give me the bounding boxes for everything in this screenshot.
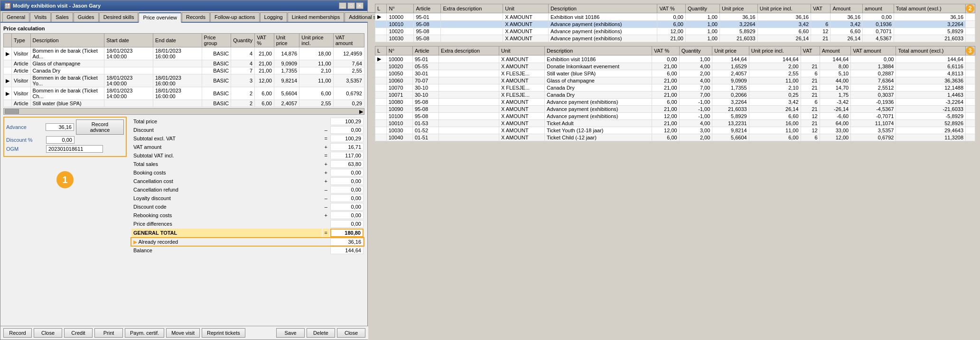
- move-visit-button[interactable]: Move visit: [166, 328, 200, 338]
- horizontal-scrollbar[interactable]: ▶: [3, 108, 364, 115]
- table-row[interactable]: 1010095-08X AMOUNTAdvance payment (exhib…: [375, 113, 975, 120]
- t2-col-qty: Quantity: [679, 46, 712, 55]
- table-row[interactable]: 1003095-08X AMOUNTAdvance payment (exhib…: [375, 35, 975, 42]
- subtotal-excl-label: Subtotal excl. VAT: [131, 135, 322, 142]
- tab-general[interactable]: General: [2, 12, 29, 22]
- price-table-row[interactable]: ArticleGlass of champagneBASIC421,009,09…: [4, 60, 364, 67]
- record-advance-button[interactable]: Record advance: [76, 119, 124, 135]
- t1-col-unit-price: Unit price: [719, 4, 757, 13]
- badge-1-container: 1: [3, 171, 127, 188]
- t2-col-vat-amount: VAT amount: [851, 46, 896, 55]
- discount-value: 0,00: [330, 126, 364, 134]
- loyalty-value: 0,00: [330, 194, 364, 202]
- price-diff-label: Price differences: [131, 220, 322, 228]
- cancellation-refund-label: Cancellation refund: [131, 186, 322, 193]
- table-row[interactable]: 1006070-07X AMOUNTGlass of champagne21,0…: [375, 77, 975, 84]
- table-row[interactable]: 1002095-08X AMOUNTAdvance payment (exhib…: [375, 28, 975, 35]
- delete-button[interactable]: Delete: [307, 328, 335, 338]
- t2-col-vat2: VAT: [801, 46, 820, 55]
- discount-label2: Discount: [131, 126, 322, 134]
- discount-code-row: Discount code – 0,00: [131, 203, 364, 211]
- t1-col-no: N°: [387, 4, 414, 13]
- close-window-button[interactable]: ✕: [356, 2, 364, 9]
- tab-price-overview[interactable]: Price overview: [139, 12, 181, 23]
- price-table-row[interactable]: ▶VisitorBommen in de barak (Ticket Yo...…: [4, 74, 364, 87]
- t1-col-unit: Unit: [503, 4, 549, 13]
- balance-row: Balance 144,64: [131, 247, 364, 254]
- window-controls[interactable]: _ □ ✕: [339, 2, 364, 9]
- print-button[interactable]: Print: [94, 328, 123, 338]
- col-description: Description: [30, 34, 104, 47]
- table-row[interactable]: ▶1000095-01X AMOUNTExhibition visit 1018…: [375, 13, 975, 21]
- tab-guides[interactable]: Guides: [74, 12, 99, 22]
- main-content: Price calculation Type Description Start…: [0, 23, 367, 322]
- advance-input[interactable]: [46, 123, 74, 131]
- col-vat-amount: VAT amount: [333, 34, 364, 47]
- table-row[interactable]: 1005030-01X FLESJE...Still water (blue S…: [375, 70, 975, 77]
- badge-2: 2: [966, 4, 974, 13]
- price-table-row[interactable]: ▶VisitorBommen in de barak (Ticket Ch...…: [4, 87, 364, 100]
- booking-label: Booking costs: [131, 169, 322, 176]
- already-recorded-value: 36,16: [330, 238, 364, 246]
- t2-col-extra: Extra description: [439, 46, 499, 55]
- credit-button[interactable]: Credit: [64, 328, 93, 338]
- cancellation-cost-label: Cancellation cost: [131, 177, 322, 185]
- restore-button[interactable]: □: [347, 2, 355, 9]
- col-quantity: Quantity: [231, 34, 255, 47]
- table-row[interactable]: 1009095-08X AMOUNTAdvance payment (exhib…: [375, 106, 975, 113]
- tab-sales[interactable]: Sales: [51, 12, 73, 22]
- price-table-row[interactable]: ▶VisitorBommen in de barak (Ticket Ad...…: [4, 47, 364, 60]
- price-table-row[interactable]: ArticleCanada DryBASIC721,001,73552,102,…: [4, 67, 364, 74]
- tab-linked-memberships[interactable]: Linked memberships: [288, 12, 345, 22]
- tab-logging[interactable]: Logging: [260, 12, 287, 22]
- table-row[interactable]: ▶1000095-01X AMOUNTExhibition visit 1018…: [375, 55, 975, 63]
- t1-col-desc: Description: [548, 4, 657, 13]
- table-row[interactable]: 1007130-10X FLESJE...Canada Dry21,007,00…: [375, 92, 975, 99]
- table2: L N° Article Extra description Unit Desc…: [375, 46, 975, 141]
- table2-section: L N° Article Extra description Unit Desc…: [375, 46, 975, 141]
- general-total-row: GENERAL TOTAL = 180,80: [131, 229, 364, 237]
- close-button[interactable]: Close: [34, 328, 62, 338]
- record-button[interactable]: Record: [3, 328, 32, 338]
- discount-input[interactable]: [46, 136, 75, 144]
- table-row[interactable]: 1002005-55X AMOUNTDonatie Inkomkaart eve…: [375, 63, 975, 70]
- scroll-right-arrow[interactable]: ▶: [359, 109, 363, 115]
- save-button[interactable]: Save: [276, 328, 305, 338]
- t1-col-vat2: VAT: [811, 4, 831, 13]
- ogm-input[interactable]: [46, 145, 103, 153]
- tab-follow-up[interactable]: Follow-up actions: [210, 12, 260, 22]
- t2-col-no: N°: [386, 46, 412, 55]
- scrollbar-thumb[interactable]: [5, 109, 19, 114]
- loyalty-label: Loyalty discount: [131, 194, 322, 202]
- t1-col-total: Total amount (excl.): [894, 4, 965, 13]
- table-row[interactable]: 1001095-08X AMOUNTAdvance payment (exhib…: [375, 21, 975, 28]
- t1-col-amount: Amount: [831, 4, 863, 13]
- tab-visits[interactable]: Visits: [30, 12, 51, 22]
- t1-col-extra: Extra description: [441, 4, 503, 13]
- close2-button[interactable]: Close: [337, 328, 365, 338]
- booking-row: Booking costs + 0,00: [131, 169, 364, 176]
- rebooking-label: Rebooking costs: [131, 211, 322, 219]
- price-table-row[interactable]: ArticleStill water (blue SPA)BASIC26,002…: [4, 100, 364, 107]
- col-price-group: Price group: [202, 34, 231, 47]
- tab-records[interactable]: Records: [182, 12, 210, 22]
- table-row[interactable]: 1004001-51X AMOUNTTicket Child (-12 jaar…: [375, 134, 975, 141]
- balance-label: Balance: [131, 247, 322, 254]
- section-title: Price calculation: [3, 26, 364, 31]
- total-sales-value: 63,80: [330, 160, 364, 168]
- badge-3: 3: [966, 46, 974, 55]
- minimize-button[interactable]: _: [339, 2, 346, 9]
- bottom-button-bar: Record Close Credit Print Paym. certif. …: [0, 326, 368, 340]
- table-row[interactable]: 1003001-52X AMOUNTTicket Youth (12-18 ja…: [375, 127, 975, 134]
- table-row[interactable]: 1001001-53X AMOUNTTicket Adult21,004,001…: [375, 120, 975, 127]
- t1-col-qty: Quantity: [685, 4, 719, 13]
- paym-certif-button[interactable]: Paym. certif.: [125, 328, 164, 338]
- vat-row: VAT amount + 16,71: [131, 143, 364, 151]
- table-row[interactable]: 1007030-10X FLESJE...Canada Dry21,007,00…: [375, 84, 975, 92]
- reprint-tickets-button[interactable]: Reprint tickets: [202, 328, 245, 338]
- right-container: L N° Article Extra description Unit Desc…: [375, 4, 975, 145]
- table-row[interactable]: 1008095-08X AMOUNTAdvance payment (exhib…: [375, 99, 975, 106]
- advance-row: Advance Record advance: [6, 119, 124, 135]
- table1-section: L N° Article Extra description Unit Desc…: [375, 4, 975, 42]
- tab-desired-skills[interactable]: Desired skills: [99, 12, 139, 22]
